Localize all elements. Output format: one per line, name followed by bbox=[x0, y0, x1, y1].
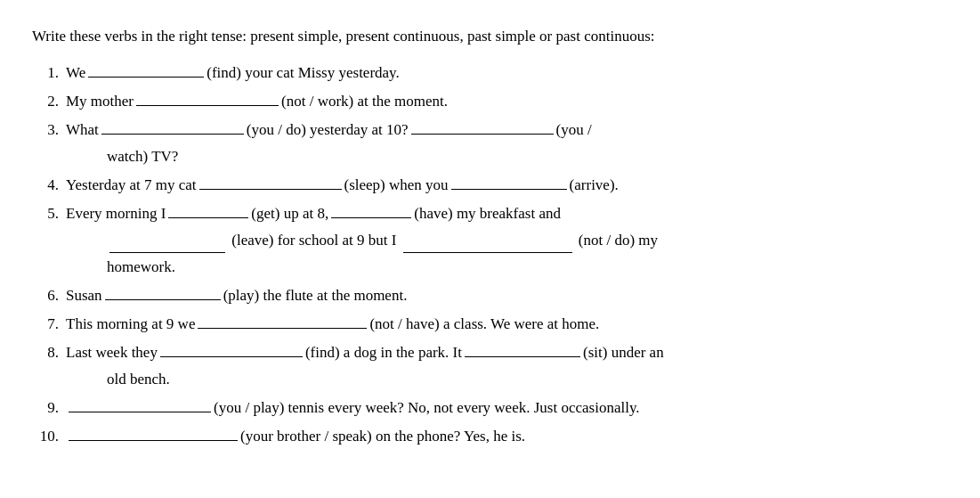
instructions: Write these verbs in the right tense: pr… bbox=[32, 25, 948, 48]
item-content: Yesterday at 7 my cat (sleep) when you (… bbox=[66, 173, 948, 198]
blank-field bbox=[168, 202, 248, 218]
item-content: (your brother / speak) on the phone? Yes… bbox=[66, 424, 948, 449]
item-content: (you / play) tennis every week? No, not … bbox=[66, 396, 948, 420]
item-continuation: old bench. bbox=[66, 367, 948, 392]
list-item: 6. Susan (play) the flute at the moment. bbox=[32, 283, 948, 308]
item-number: 10. bbox=[32, 424, 66, 449]
item-text: (you / bbox=[556, 118, 592, 143]
list-item: 3. What (you / do) yesterday at 10? (you… bbox=[32, 118, 948, 169]
list-item: 5. Every morning I (get) up at 8, (have)… bbox=[32, 201, 948, 280]
item-text: (leave) for school at 9 but I bbox=[231, 232, 396, 249]
list-item: 4. Yesterday at 7 my cat (sleep) when yo… bbox=[32, 173, 948, 198]
item-text: (find) your cat Missy yesterday. bbox=[207, 61, 400, 86]
item-text: What bbox=[66, 118, 99, 143]
item-text: We bbox=[66, 61, 85, 86]
list-item: 10. (your brother / speak) on the phone?… bbox=[32, 424, 948, 449]
item-text: (find) a dog in the park. It bbox=[305, 340, 462, 365]
blank-field bbox=[411, 118, 554, 135]
blank-field bbox=[198, 313, 367, 329]
blank-field bbox=[451, 174, 567, 190]
blank-field bbox=[199, 174, 342, 190]
blank-field bbox=[136, 90, 279, 106]
item-text: (sleep) when you bbox=[344, 173, 449, 198]
item-number: 3. bbox=[32, 118, 66, 143]
item-number: 7. bbox=[32, 312, 66, 337]
item-number: 9. bbox=[32, 396, 66, 420]
item-number: 2. bbox=[32, 89, 66, 114]
item-content: My mother (not / work) at the moment. bbox=[66, 89, 948, 114]
list-item: 8. Last week they (find) a dog in the pa… bbox=[32, 340, 948, 392]
item-text: (not / work) at the moment. bbox=[281, 89, 448, 114]
blank-field bbox=[88, 61, 204, 78]
item-number: 5. bbox=[32, 201, 66, 226]
blank-field bbox=[403, 237, 572, 253]
item-text: (sit) under an bbox=[583, 340, 664, 365]
item-number: 6. bbox=[32, 283, 66, 308]
blank-field bbox=[69, 425, 238, 441]
item-text: (arrive). bbox=[570, 173, 619, 198]
item-content: Every morning I (get) up at 8, (have) my… bbox=[66, 201, 948, 280]
list-item: 9. (you / play) tennis every week? No, n… bbox=[32, 396, 948, 420]
blank-field bbox=[69, 396, 211, 412]
item-text: (you / play) tennis every week? No, not … bbox=[214, 396, 640, 420]
blank-field bbox=[101, 118, 244, 135]
item-text: Every morning I bbox=[66, 201, 166, 226]
blank-field bbox=[160, 341, 303, 357]
item-content: Susan (play) the flute at the moment. bbox=[66, 283, 948, 308]
item-number: 1. bbox=[32, 61, 66, 86]
list-item: 7. This morning at 9 we (not / have) a c… bbox=[32, 312, 948, 337]
item-text: Last week they bbox=[66, 340, 158, 365]
item-text: (your brother / speak) on the phone? Yes… bbox=[240, 424, 525, 449]
item-text: (not / have) a class. We were at home. bbox=[369, 312, 599, 337]
item-text: (get) up at 8, bbox=[251, 201, 328, 226]
exercise-list: 1. We (find) your cat Missy yesterday. 2… bbox=[32, 61, 948, 450]
item-text: (have) my breakfast and bbox=[414, 201, 561, 226]
blank-field bbox=[109, 237, 225, 253]
item-continuation: watch) TV? bbox=[66, 144, 948, 169]
item-content: What (you / do) yesterday at 10? (you / … bbox=[66, 118, 948, 169]
blank-field bbox=[465, 341, 580, 357]
item-text: (play) the flute at the moment. bbox=[223, 283, 408, 308]
item-text: (you / do) yesterday at 10? bbox=[247, 118, 409, 143]
item-number: 8. bbox=[32, 340, 66, 365]
item-continuation: homework. bbox=[66, 255, 948, 280]
blank-field bbox=[105, 284, 221, 300]
list-item: 1. We (find) your cat Missy yesterday. bbox=[32, 61, 948, 86]
item-text: This morning at 9 we bbox=[66, 312, 195, 337]
blank-field bbox=[331, 202, 411, 218]
item-text: My mother bbox=[66, 89, 134, 114]
list-item: 2. My mother (not / work) at the moment. bbox=[32, 89, 948, 114]
item-continuation: (leave) for school at 9 but I (not / do)… bbox=[66, 228, 948, 253]
item-text: Yesterday at 7 my cat bbox=[66, 173, 197, 198]
item-content: This morning at 9 we (not / have) a clas… bbox=[66, 312, 948, 337]
item-number: 4. bbox=[32, 173, 66, 198]
item-text: Susan bbox=[66, 283, 102, 308]
item-content: We (find) your cat Missy yesterday. bbox=[66, 61, 948, 86]
item-content: Last week they (find) a dog in the park.… bbox=[66, 340, 948, 392]
item-text: (not / do) my bbox=[579, 232, 658, 249]
